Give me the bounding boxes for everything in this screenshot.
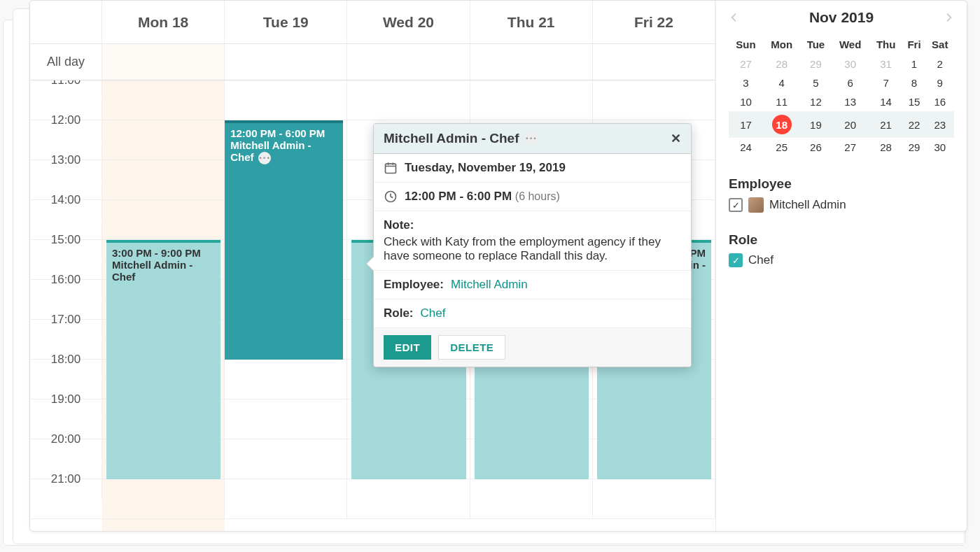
mini-calendar-day[interactable]: 21 xyxy=(869,111,903,138)
employee-checkbox[interactable]: ✓ xyxy=(729,198,743,212)
mini-calendar-day[interactable]: 18 xyxy=(763,111,800,138)
time-label: 15:00 xyxy=(30,220,102,260)
role-filter-section: Role ✓ Chef xyxy=(729,232,954,267)
mini-calendar-day[interactable]: 13 xyxy=(832,92,869,111)
time-label: 18:00 xyxy=(30,340,102,379)
time-label: 14:00 xyxy=(30,181,102,220)
mini-calendar-day[interactable]: 19 xyxy=(800,111,831,138)
time-label: 19:00 xyxy=(30,380,102,419)
popover-employee-link[interactable]: Mitchell Admin xyxy=(451,278,528,292)
mini-calendar-day[interactable]: 29 xyxy=(902,138,925,157)
event-time: 3:00 PM - 9:00 PM xyxy=(112,247,215,259)
employee-filter-header: Employee xyxy=(729,176,954,192)
calendar-area: Mon 18 Tue 19 Wed 20 Thu 21 Fri 22 All d… xyxy=(30,1,716,531)
dow-sun: Sun xyxy=(729,34,763,55)
allday-cell-tue[interactable] xyxy=(225,44,347,80)
mini-calendar-day[interactable]: 23 xyxy=(926,111,954,138)
time-row[interactable]: 21:00 xyxy=(30,479,715,519)
mini-calendar-day[interactable]: 27 xyxy=(832,138,869,157)
event-tue-chef-selected[interactable]: 12:00 PM - 6:00 PM Mitchell Admin - Chef… xyxy=(225,120,343,360)
mini-calendar-day[interactable]: 4 xyxy=(763,73,800,92)
popover-note-text: Check with Katy from the employment agen… xyxy=(384,235,681,263)
allday-cell-fri[interactable] xyxy=(593,44,715,80)
employee-filter-item[interactable]: ✓ Mitchell Admin xyxy=(729,197,954,213)
popover-actions: EDIT DELETE xyxy=(374,328,691,367)
role-filter-header: Role xyxy=(729,232,954,248)
mini-calendar-day[interactable]: 24 xyxy=(729,138,763,157)
svg-line-6 xyxy=(391,197,393,198)
calendar-icon xyxy=(384,161,398,175)
mini-calendar-day[interactable]: 22 xyxy=(902,111,925,138)
day-header-wed[interactable]: Wed 20 xyxy=(347,1,470,43)
app-window: Mon 18 Tue 19 Wed 20 Thu 21 Fri 22 All d… xyxy=(29,0,967,532)
day-header-fri[interactable]: Fri 22 xyxy=(593,1,715,43)
mini-calendar-day[interactable]: 20 xyxy=(832,111,869,138)
mini-calendar-day[interactable]: 27 xyxy=(729,55,763,73)
mini-calendar-day[interactable]: 16 xyxy=(926,92,954,111)
allday-cell-thu[interactable] xyxy=(470,44,593,80)
mini-calendar-day[interactable]: 3 xyxy=(729,73,763,92)
mini-calendar-day[interactable]: 11 xyxy=(763,92,800,111)
day-header-tue[interactable]: Tue 19 xyxy=(225,1,347,43)
mini-calendar-row: 272829303112 xyxy=(729,55,954,73)
mini-calendar-day[interactable]: 28 xyxy=(869,138,903,157)
day-header-mon[interactable]: Mon 18 xyxy=(102,1,225,43)
mini-calendar-day[interactable]: 30 xyxy=(832,55,869,73)
mini-calendar-day[interactable]: 30 xyxy=(926,138,954,157)
popover-time-text: 12:00 PM - 6:00 PM xyxy=(405,190,512,203)
popover-role-label: Role: xyxy=(384,306,414,320)
mini-calendar-day[interactable]: 10 xyxy=(729,92,763,111)
time-label: 17:00 xyxy=(30,300,102,339)
event-role-line: Chef • • • xyxy=(230,151,337,164)
allday-row: All day xyxy=(30,44,715,80)
mini-calendar-day[interactable]: 26 xyxy=(800,138,831,157)
delete-button[interactable]: DELETE xyxy=(438,335,505,360)
time-label: 20:00 xyxy=(30,420,102,459)
event-role: Chef xyxy=(230,151,253,163)
mini-calendar-day[interactable]: 17 xyxy=(729,111,763,138)
event-person: Mitchell Admin - xyxy=(230,139,337,151)
day-header-thu[interactable]: Thu 21 xyxy=(470,1,593,43)
mini-calendar-day[interactable]: 25 xyxy=(763,138,800,157)
dow-wed: Wed xyxy=(832,34,869,55)
mini-calendar-day[interactable]: 2 xyxy=(926,55,954,73)
mini-calendar-day[interactable]: 7 xyxy=(869,73,903,92)
event-time: 12:00 PM - 6:00 PM xyxy=(230,127,337,139)
dow-sat: Sat xyxy=(926,34,954,55)
calendar-header: Mon 18 Tue 19 Wed 20 Thu 21 Fri 22 xyxy=(30,1,715,44)
mini-calendar-day[interactable]: 31 xyxy=(869,55,903,73)
sidebar: Nov 2019 Sun Mon Tue Wed Thu Fri Sat 272… xyxy=(716,1,967,531)
prev-month-button[interactable] xyxy=(729,12,740,23)
mini-calendar-day[interactable]: 5 xyxy=(800,73,831,92)
mini-calendar-day[interactable]: 9 xyxy=(926,73,954,92)
mini-calendar-day[interactable]: 12 xyxy=(800,92,831,111)
role-filter-item[interactable]: ✓ Chef xyxy=(729,253,954,267)
allday-cell-wed[interactable] xyxy=(347,44,470,80)
time-row[interactable]: 11:00 xyxy=(30,80,715,120)
avatar xyxy=(748,197,764,213)
role-checkbox[interactable]: ✓ xyxy=(729,253,743,267)
mini-calendar-dow-row: Sun Mon Tue Wed Thu Fri Sat xyxy=(729,34,954,55)
mini-calendar-row: 3456789 xyxy=(729,73,954,92)
mini-calendar-day[interactable]: 28 xyxy=(763,55,800,73)
mini-calendar-day[interactable]: 29 xyxy=(800,55,831,73)
popover-note-label: Note: xyxy=(384,218,414,232)
mini-calendar-day[interactable]: 1 xyxy=(902,55,925,73)
popover-time-row: 12:00 PM - 6:00 PM (6 hours) xyxy=(374,183,691,211)
next-month-button[interactable] xyxy=(943,12,954,23)
clock-icon xyxy=(384,190,398,204)
mini-calendar-day[interactable]: 8 xyxy=(902,73,925,92)
popover-close-button[interactable]: ✕ xyxy=(671,131,681,146)
mini-calendar-day[interactable]: 6 xyxy=(832,73,869,92)
popover-pointer xyxy=(367,257,374,271)
popover-employee-label: Employee: xyxy=(384,278,444,292)
allday-cell-mon[interactable] xyxy=(102,44,225,80)
event-mon-chef[interactable]: 3:00 PM - 9:00 PM Mitchell Admin - Chef xyxy=(106,240,220,479)
popover-role-row: Role: Chef xyxy=(374,299,691,328)
mini-calendar-day[interactable]: 14 xyxy=(869,92,903,111)
edit-button[interactable]: EDIT xyxy=(384,335,431,360)
popover-role-link[interactable]: Chef xyxy=(421,306,446,320)
mini-calendar-row: 10111213141516 xyxy=(729,92,954,111)
mini-calendar-day[interactable]: 15 xyxy=(902,92,925,111)
svg-rect-0 xyxy=(386,164,396,173)
